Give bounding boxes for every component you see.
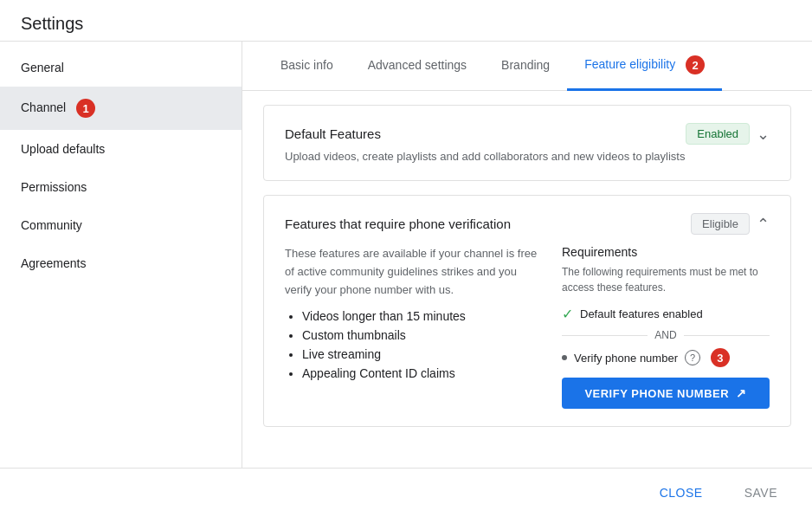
help-icon[interactable]: ? xyxy=(685,350,700,365)
sidebar-item-agreements[interactable]: Agreements xyxy=(0,244,242,282)
external-link-icon: ↗ xyxy=(736,386,747,400)
requirements-panel: Requirements The following requirements … xyxy=(562,245,770,409)
phone-verification-header: Features that require phone verification… xyxy=(285,213,770,235)
list-item: Appealing Content ID claims xyxy=(302,366,541,380)
default-features-title: Default Features xyxy=(285,126,381,141)
default-features-chevron[interactable]: ⌄ xyxy=(757,125,770,144)
requirements-title: Requirements xyxy=(562,245,770,259)
close-button[interactable]: CLOSE xyxy=(646,479,717,507)
requirement-item-phone: Verify phone number ? 3 xyxy=(562,348,770,367)
default-features-desc: Upload videos, create playlists and add … xyxy=(285,150,770,163)
enabled-badge: Enabled xyxy=(686,123,750,145)
phone-features-left: These features are available if your cha… xyxy=(285,245,541,409)
save-button[interactable]: SAVE xyxy=(731,479,791,507)
content-scroll: Default Features Enabled ⌄ Upload videos… xyxy=(242,91,812,468)
sidebar-item-channel[interactable]: Channel 1 xyxy=(0,87,242,130)
requirement-item-check: ✓ Default features enabled xyxy=(562,306,770,322)
sidebar-item-label: Agreements xyxy=(21,256,86,270)
tab-advanced-settings[interactable]: Advanced settings xyxy=(351,44,484,88)
sidebar-item-label: General xyxy=(21,61,64,74)
default-features-header: Default Features Enabled ⌄ xyxy=(285,123,770,145)
phone-badge: 3 xyxy=(711,348,730,367)
sidebar-item-label: Channel xyxy=(21,100,66,114)
content-area: Basic info Advanced settings Branding Fe… xyxy=(242,42,812,468)
settings-header: Settings xyxy=(0,0,812,42)
sidebar: General Channel 1 Upload defaults Permis… xyxy=(0,42,242,468)
and-divider: AND xyxy=(562,329,770,341)
sidebar-item-general[interactable]: General xyxy=(0,48,242,87)
tab-basic-info[interactable]: Basic info xyxy=(263,44,351,88)
footer: CLOSE SAVE xyxy=(0,468,812,517)
default-features-card: Default Features Enabled ⌄ Upload videos… xyxy=(263,105,791,181)
list-item: Live streaming xyxy=(302,347,541,361)
phone-verification-title: Features that require phone verification xyxy=(285,216,511,231)
check-icon: ✓ xyxy=(562,306,573,322)
req-label: Default features enabled xyxy=(580,307,703,320)
sidebar-item-label: Upload defaults xyxy=(21,142,105,156)
phone-verification-card: Features that require phone verification… xyxy=(263,195,791,427)
feature-eligibility-badge: 2 xyxy=(686,55,705,74)
sidebar-item-upload-defaults[interactable]: Upload defaults xyxy=(0,130,242,168)
page-title: Settings xyxy=(21,14,83,33)
tab-feature-eligibility[interactable]: Feature eligibility 2 xyxy=(567,42,722,91)
verify-btn-label: VERIFY PHONE NUMBER xyxy=(584,387,729,400)
list-item: Videos longer than 15 minutes xyxy=(302,309,541,323)
phone-verification-chevron[interactable]: ⌃ xyxy=(757,215,770,234)
verify-phone-button[interactable]: VERIFY PHONE NUMBER ↗ xyxy=(562,378,770,409)
bullet-icon xyxy=(562,355,567,360)
phone-verification-desc: These features are available if your cha… xyxy=(285,245,541,299)
list-item: Custom thumbnails xyxy=(302,328,541,342)
sidebar-item-label: Permissions xyxy=(21,180,87,194)
sidebar-item-label: Community xyxy=(21,218,82,232)
channel-badge: 1 xyxy=(76,99,95,118)
tab-branding[interactable]: Branding xyxy=(484,44,567,88)
sidebar-item-permissions[interactable]: Permissions xyxy=(0,168,242,206)
phone-card-body: These features are available if your cha… xyxy=(285,245,770,409)
phone-features-list: Videos longer than 15 minutes Custom thu… xyxy=(285,309,541,380)
requirements-desc: The following requirements must be met t… xyxy=(562,264,770,295)
req-phone-label: Verify phone number xyxy=(574,352,678,365)
eligible-badge: Eligible xyxy=(691,213,750,235)
sidebar-item-community[interactable]: Community xyxy=(0,206,242,244)
tabs-bar: Basic info Advanced settings Branding Fe… xyxy=(242,42,812,91)
